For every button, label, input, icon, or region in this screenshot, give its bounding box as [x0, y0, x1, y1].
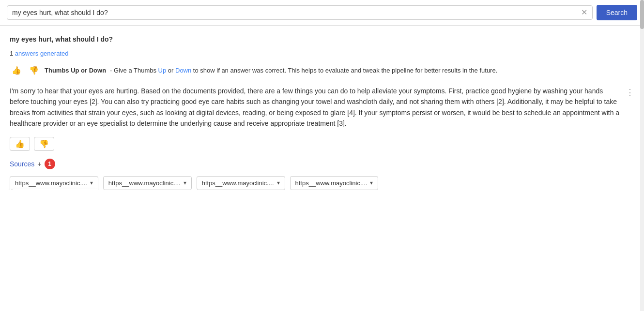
thumbs-up-header-button[interactable]: 👍	[10, 65, 23, 76]
thumbs-label: Thumbs Up or Down	[45, 67, 106, 74]
sources-label[interactable]: Sources	[10, 160, 34, 168]
answer-text: I'm sorry to hear that your eyes are hur…	[10, 87, 619, 127]
url-text-2: https__www.mayoclinic....	[108, 179, 181, 187]
thumbs-description: - Give a Thumbs Up or Down to show if an…	[110, 67, 497, 74]
answer-thumbs: 👍 👎	[10, 137, 634, 151]
answers-label: answers generated	[15, 50, 69, 57]
dropdown-item-view-documents[interactable]: View Document(s) 2	[10, 189, 98, 190]
sources-badge: 1	[45, 159, 55, 169]
thumbs-row: 👍 👎 Thumbs Up or Down - Give a Thumbs Up…	[10, 65, 634, 76]
url-text-3: https__www.mayoclinic....	[202, 179, 274, 187]
url-dropdown-3[interactable]: https__www.mayoclinic.... ▾	[197, 176, 285, 190]
thumbs-down-header-button[interactable]: 👎	[27, 65, 41, 76]
search-input-container: ✕	[7, 5, 593, 20]
sources-plus-icon[interactable]: +	[37, 160, 41, 168]
chevron-down-icon-1: ▾	[90, 179, 93, 186]
search-button[interactable]: Search	[597, 5, 637, 20]
answer-thumbs-down-button[interactable]: 👎	[34, 137, 54, 151]
url-dropdown-2[interactable]: https__www.mayoclinic.... ▾	[103, 176, 192, 190]
chevron-down-icon-3: ▾	[277, 179, 280, 186]
main-content: my eyes hurt, what should I do? 1 answer…	[0, 26, 644, 190]
scroll-thumb[interactable]	[640, 0, 644, 29]
url-text-1: https__www.mayoclinic....	[15, 179, 87, 187]
clear-icon[interactable]: ✕	[581, 9, 587, 16]
query-title: my eyes hurt, what should I do?	[10, 35, 634, 43]
chevron-down-icon-2: ▾	[184, 179, 186, 186]
url-text-4: https__www.mayoclinic....	[295, 179, 368, 187]
search-input[interactable]	[12, 9, 581, 16]
url-dropdown-1[interactable]: https__www.mayoclinic.... ▾ View Documen…	[10, 176, 98, 190]
url-dropdowns: https__www.mayoclinic.... ▾ View Documen…	[10, 176, 634, 190]
scrollbar[interactable]	[640, 0, 644, 190]
answer-area: I'm sorry to hear that your eyes are hur…	[10, 86, 634, 129]
search-bar: ✕ Search	[0, 0, 644, 26]
sources-row: Sources + 1	[10, 159, 634, 169]
three-dots-menu[interactable]: ⋮	[626, 86, 634, 100]
chevron-down-icon-4: ▾	[370, 179, 373, 186]
url-dropdown-4[interactable]: https__www.mayoclinic.... ▾	[290, 176, 379, 190]
answers-count: 1	[10, 50, 13, 57]
answer-thumbs-up-button[interactable]: 👍	[10, 137, 30, 151]
answers-line: 1 answers generated	[10, 50, 634, 57]
dropdown-menu-1: View Document(s) 2 View File View file i…	[10, 189, 98, 190]
